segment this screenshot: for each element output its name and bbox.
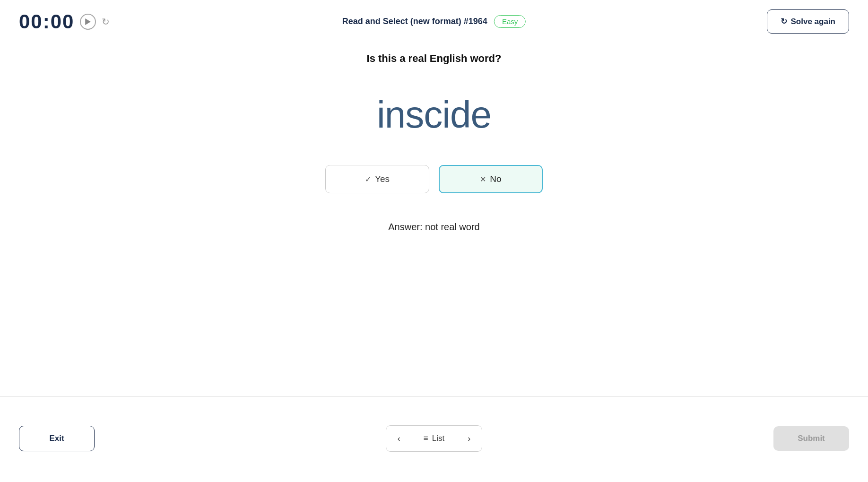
navigation-section: ‹ ≡ List ›	[386, 425, 482, 452]
timer-section: 00:00 ↻	[19, 10, 110, 33]
answer-text: Answer: not real word	[388, 222, 479, 232]
word-display: inscide	[377, 93, 491, 137]
hamburger-icon: ≡	[424, 434, 428, 443]
reset-button[interactable]: ↻	[102, 16, 110, 27]
choices-row: ✓ Yes ✕ No	[325, 165, 543, 193]
submit-button[interactable]: Submit	[773, 426, 849, 451]
previous-button[interactable]: ‹	[386, 425, 412, 452]
next-button[interactable]: ›	[456, 425, 482, 452]
next-icon: ›	[468, 434, 470, 444]
solve-again-icon: ↻	[781, 17, 787, 26]
svg-marker-0	[86, 18, 91, 25]
question-text: Is this a real English word?	[367, 52, 502, 65]
choice-no-button[interactable]: ✕ No	[439, 165, 543, 193]
header-center: Read and Select (new format) #1964 Easy	[342, 15, 526, 28]
section-divider	[0, 396, 868, 397]
solve-again-button[interactable]: ↻ Solve again	[767, 9, 849, 34]
x-icon: ✕	[480, 175, 486, 184]
difficulty-badge: Easy	[494, 15, 526, 28]
check-icon: ✓	[365, 175, 371, 184]
problem-title: Read and Select (new format) #1964	[342, 17, 487, 26]
timer-display: 00:00	[19, 10, 74, 33]
solve-again-label: Solve again	[791, 17, 835, 26]
play-icon	[85, 18, 91, 25]
refresh-icon: ↻	[102, 17, 110, 27]
choice-yes-button[interactable]: ✓ Yes	[325, 165, 429, 193]
header: 00:00 ↻ Read and Select (new format) #19…	[0, 0, 868, 43]
play-button[interactable]	[80, 14, 96, 30]
choice-no-label: No	[490, 174, 501, 184]
list-button[interactable]: ≡ List	[412, 425, 456, 452]
choice-yes-label: Yes	[375, 174, 390, 184]
list-label: List	[432, 434, 444, 443]
prev-icon: ‹	[398, 434, 400, 444]
main-content: Is this a real English word? inscide ✓ Y…	[0, 43, 868, 232]
footer: Exit ‹ ≡ List › Submit	[0, 414, 868, 463]
exit-button[interactable]: Exit	[19, 426, 95, 451]
